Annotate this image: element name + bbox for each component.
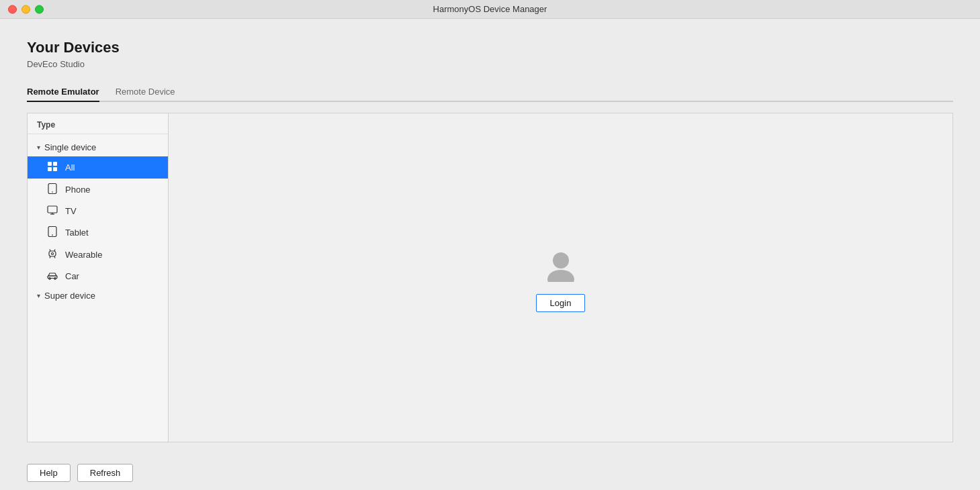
page-subtitle: DevEco Studio xyxy=(27,59,953,69)
refresh-button[interactable]: Refresh xyxy=(77,464,134,482)
bottom-bar: Help Refresh xyxy=(0,456,980,490)
sidebar-type-header: Type xyxy=(28,113,168,134)
svg-rect-0 xyxy=(48,162,52,166)
svg-rect-1 xyxy=(53,162,57,166)
svg-rect-3 xyxy=(53,167,57,171)
car-icon xyxy=(46,271,58,282)
titlebar-title: HarmonyOS Device Manager xyxy=(433,4,547,14)
svg-point-16 xyxy=(52,253,54,255)
sidebar-item-car[interactable]: Car xyxy=(28,266,168,287)
sidebar: Type ▾ Single device xyxy=(27,113,168,442)
tab-remote-emulator[interactable]: Remote Emulator xyxy=(27,83,99,102)
sidebar-item-all-label: All xyxy=(65,162,75,173)
sidebar-item-all[interactable]: All xyxy=(28,156,168,179)
phone-icon xyxy=(46,183,58,196)
avatar xyxy=(539,243,582,286)
svg-line-15 xyxy=(54,256,55,258)
sidebar-group-super-device[interactable]: ▾ Super device xyxy=(28,287,168,305)
minimize-button[interactable] xyxy=(21,5,30,13)
sidebar-group-super-device-label: Super device xyxy=(44,291,95,301)
sidebar-item-tablet[interactable]: Tablet xyxy=(28,222,168,244)
close-button[interactable] xyxy=(8,5,17,13)
svg-line-12 xyxy=(50,250,50,252)
right-panel: Login xyxy=(168,113,953,442)
sidebar-body: ▾ Single device All xyxy=(28,134,168,442)
svg-point-5 xyxy=(52,191,53,193)
sidebar-item-tablet-label: Tablet xyxy=(65,228,89,238)
svg-line-14 xyxy=(50,256,50,258)
sidebar-group-single-device[interactable]: ▾ Single device xyxy=(28,138,168,156)
wearable-icon xyxy=(46,248,58,261)
main-content: Your Devices DevEco Studio Remote Emulat… xyxy=(0,19,980,456)
sidebar-item-phone-label: Phone xyxy=(65,185,91,195)
sidebar-item-wearable[interactable]: Wearable xyxy=(28,244,168,266)
traffic-lights xyxy=(8,5,44,13)
chevron-down-icon-super: ▾ xyxy=(37,292,40,299)
chevron-down-icon: ▾ xyxy=(37,144,40,151)
body-layout: Type ▾ Single device xyxy=(27,113,953,442)
svg-line-13 xyxy=(54,250,55,252)
sidebar-item-tv-label: TV xyxy=(65,206,77,216)
svg-point-20 xyxy=(553,252,569,268)
login-area: Login xyxy=(536,243,586,312)
login-button[interactable]: Login xyxy=(536,294,586,312)
svg-rect-6 xyxy=(48,206,57,213)
sidebar-item-car-label: Car xyxy=(65,271,79,281)
tabs: Remote Emulator Remote Device xyxy=(27,83,953,102)
sidebar-item-wearable-label: Wearable xyxy=(65,250,102,260)
titlebar: HarmonyOS Device Manager xyxy=(0,0,980,19)
all-icon xyxy=(46,161,58,174)
sidebar-item-tv[interactable]: TV xyxy=(28,201,168,222)
tablet-icon xyxy=(46,226,58,239)
help-button[interactable]: Help xyxy=(27,464,71,482)
svg-rect-22 xyxy=(539,282,582,286)
svg-rect-2 xyxy=(48,167,52,171)
page-title: Your Devices xyxy=(27,39,953,56)
tab-remote-device[interactable]: Remote Device xyxy=(116,83,175,102)
tv-icon xyxy=(46,205,58,217)
svg-rect-11 xyxy=(49,251,56,256)
maximize-button[interactable] xyxy=(35,5,44,13)
sidebar-group-single-device-label: Single device xyxy=(44,142,96,152)
sidebar-item-phone[interactable]: Phone xyxy=(28,179,168,201)
